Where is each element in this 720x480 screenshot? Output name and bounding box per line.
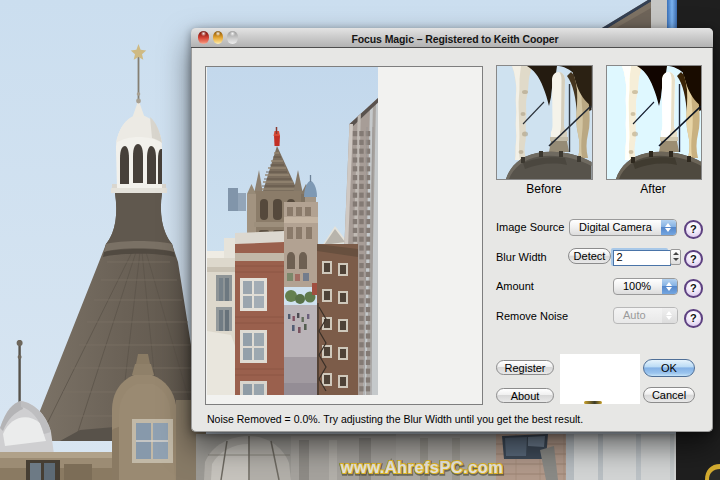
svg-text:www.AhrefsPC.com: www.AhrefsPC.com [340, 458, 504, 476]
